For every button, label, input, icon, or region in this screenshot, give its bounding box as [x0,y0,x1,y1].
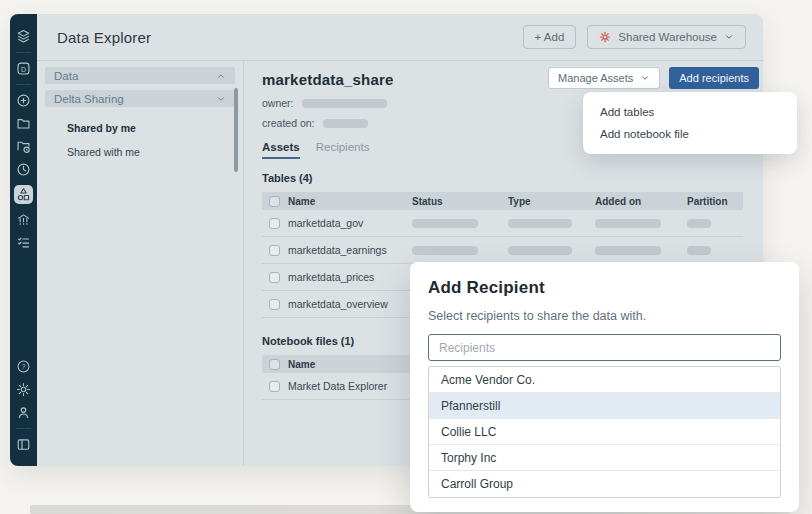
add-recipient-modal: Add Recipient Select recipients to share… [410,262,799,512]
row-checkbox[interactable] [269,272,280,283]
notebook-name: Market Data Explorer [288,380,412,392]
row-checkbox[interactable] [269,245,280,256]
tree-section-delta-sharing[interactable]: Delta Sharing [45,90,235,107]
topbar: Data Explorer + Add Shared Warehouse [37,14,763,60]
task-list-icon[interactable] [16,231,31,254]
column-header-type: Type [508,196,595,207]
recents-clock-icon[interactable] [16,158,31,181]
table-name: marketdata_overview [288,298,412,310]
row-checkbox[interactable] [269,381,280,392]
type-placeholder-pill [508,246,572,255]
recipient-option[interactable]: Torphy Inc [429,445,780,471]
tables-section-title: Tables (4) [262,172,745,184]
type-placeholder-pill [508,219,572,228]
chevron-down-icon [724,32,734,42]
row-checkbox[interactable] [269,218,280,229]
tab-recipients[interactable]: Recipients [316,141,370,159]
table-row[interactable]: marketdata_gov [262,210,743,237]
tree-section-label: Delta Sharing [54,93,124,105]
recipients-input[interactable] [428,334,781,361]
table-name: marketdata_earnings [288,244,412,256]
row-checkbox[interactable] [269,299,280,310]
rail-divider [16,84,31,85]
svg-text:D: D [21,66,26,73]
column-header-added-on: Added on [595,196,687,207]
profile-person-icon[interactable] [16,401,31,424]
tree-section-label: Data [54,70,78,82]
column-header-name: Name [288,196,412,207]
chevron-up-icon [216,71,226,81]
menu-item-add-tables[interactable]: Add tables [583,101,797,123]
table-header-row: Name Status Type Added on Partition [262,192,743,210]
added-on-placeholder-pill [595,219,661,228]
add-button-label: + Add [535,31,565,43]
status-placeholder-pill [412,219,478,228]
partition-placeholder-pill [687,246,711,255]
tree-section-data[interactable]: Data [45,67,235,84]
table-row[interactable]: marketdata_earnings [262,237,743,264]
created-on-label: created on: [262,117,315,129]
page-title: Data Explorer [57,29,151,46]
manage-assets-menu: Add tables Add notebook file [583,92,797,154]
org-workflows-icon[interactable] [16,208,31,231]
help-icon[interactable]: ? [16,355,31,378]
modal-title: Add Recipient [428,278,781,298]
owner-label: owner: [262,97,294,109]
warehouse-dropdown[interactable]: Shared Warehouse [587,25,746,49]
recipient-option[interactable]: Carroll Group [429,471,780,497]
manage-assets-label: Manage Assets [558,72,633,84]
tree-item-shared-by-me[interactable]: Shared by me [45,122,235,134]
tree-item-shared-with-me[interactable]: Shared with me [45,146,235,158]
folder-sync-icon[interactable] [16,135,31,158]
warehouse-label: Shared Warehouse [618,31,717,43]
status-placeholder-pill [412,246,478,255]
data-explorer-shapes-icon[interactable] [14,185,33,204]
recipient-options-list: Acme Vendor Co. Pfannerstill Collie LLC … [428,366,781,498]
added-on-placeholder-pill [595,246,661,255]
navigation-tree: Data Delta Sharing Shared by me Shared w… [37,61,243,466]
panel-toggle-icon[interactable] [16,433,31,456]
column-header-name: Name [288,359,412,370]
recipient-option[interactable]: Collie LLC [429,419,780,445]
menu-item-add-notebook-file[interactable]: Add notebook file [583,123,797,145]
tree-scrollbar[interactable] [234,88,238,172]
table-name: marketdata_prices [288,271,412,283]
tab-assets[interactable]: Assets [262,141,300,159]
select-all-checkbox[interactable] [269,359,280,370]
rail-divider [16,52,31,53]
created-on-placeholder-pill [323,119,368,128]
column-header-status: Status [412,196,508,207]
table-name: marketdata_gov [288,217,412,229]
warehouse-status-icon [599,31,611,43]
icon-rail: D ? [10,14,37,466]
add-button[interactable]: + Add [523,25,577,49]
folder-icon[interactable] [16,112,31,135]
recipient-option-highlighted[interactable]: Pfannerstill [429,393,780,419]
select-all-checkbox[interactable] [269,196,280,207]
settings-gear-icon[interactable] [16,378,31,401]
new-plus-icon[interactable] [16,89,31,112]
owner-placeholder-pill [302,99,387,108]
svg-text:?: ? [22,363,26,370]
add-recipients-button[interactable]: Add recipients [669,67,759,89]
rail-divider [16,428,31,429]
chevron-down-icon [216,94,226,104]
modal-subtitle: Select recipients to share the data with… [428,309,781,323]
databricks-d-icon[interactable]: D [16,57,31,80]
partition-placeholder-pill [687,219,711,228]
chevron-down-icon [640,73,650,83]
recipient-option[interactable]: Acme Vendor Co. [429,367,780,393]
layers-logo-icon[interactable] [16,25,31,48]
column-header-partition: Partition [687,196,743,207]
manage-assets-dropdown[interactable]: Manage Assets [548,67,660,89]
